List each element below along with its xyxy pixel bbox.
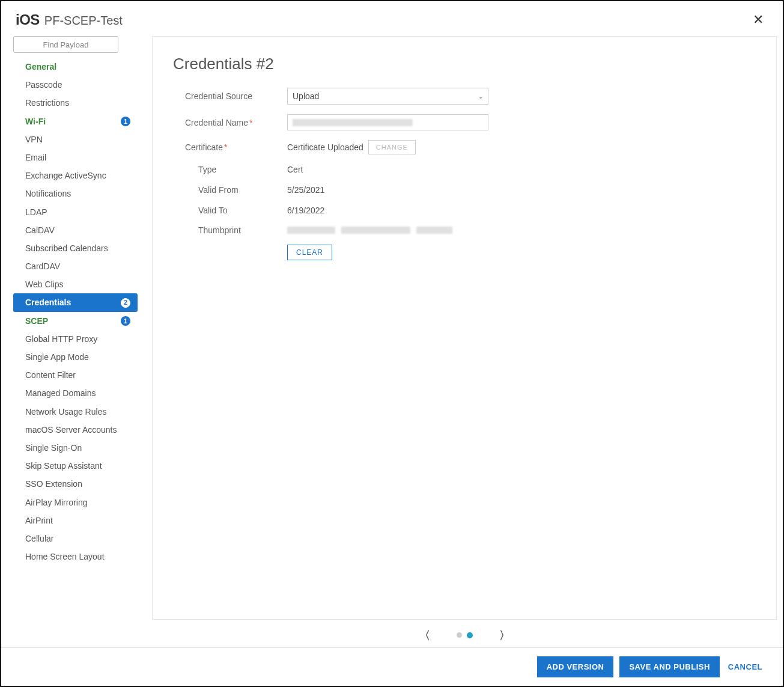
label-certificate: Certificate* [173, 142, 287, 152]
sidebar-item-managed-domains[interactable]: Managed Domains [13, 384, 138, 402]
label-credential-name: Credential Name* [173, 118, 287, 127]
profile-editor-modal: iOS PF-SCEP-Test ✕ GeneralPasscodeRestri… [0, 0, 784, 687]
credential-source-select[interactable]: Upload ⌄ [287, 88, 488, 105]
sidebar-item-label: Passcode [25, 79, 62, 90]
required-marker: * [249, 118, 252, 127]
cancel-button[interactable]: CANCEL [726, 656, 765, 677]
sidebar-item-macos-server-accounts[interactable]: macOS Server Accounts [13, 421, 138, 439]
sidebar-item-airprint[interactable]: AirPrint [13, 511, 138, 530]
sidebar-item-label: SCEP [25, 316, 48, 326]
change-certificate-button[interactable]: CHANGE [368, 140, 416, 154]
label-type: Type [173, 165, 287, 174]
credential-name-input[interactable] [287, 114, 488, 130]
pager-prev-icon[interactable]: 〈 [417, 626, 433, 645]
sidebar-item-label: Cellular [25, 533, 53, 544]
modal-footer: ADD VERSION SAVE AND PUBLISH CANCEL [1, 647, 783, 686]
sidebar-item-label: macOS Server Accounts [25, 424, 117, 435]
sidebar-item-label: LDAP [25, 207, 47, 218]
content-panel: Credentials #2 Credential Source Upload … [152, 36, 777, 620]
sidebar-item-general[interactable]: General [13, 58, 138, 76]
sidebar-item-label: Credentials [25, 297, 71, 308]
profile-name: PF-SCEP-Test [44, 14, 123, 28]
sidebar-item-email[interactable]: Email [13, 148, 138, 166]
payload-sidebar: GeneralPasscodeRestrictionsWi-Fi1VPNEmai… [13, 36, 142, 647]
sidebar-item-label: Managed Domains [25, 388, 96, 398]
sidebar-item-ldap[interactable]: LDAP [13, 203, 138, 221]
sidebar-item-label: Wi-Fi [25, 116, 46, 127]
sidebar-item-single-sign-on[interactable]: Single Sign-On [13, 439, 138, 457]
redacted-value [293, 119, 413, 126]
sidebar-item-label: Web Clips [25, 279, 64, 290]
pager-dot[interactable] [457, 632, 462, 638]
sidebar-item-label: Single App Mode [25, 352, 89, 362]
save-and-publish-button[interactable]: SAVE AND PUBLISH [619, 656, 719, 677]
add-version-button[interactable]: ADD VERSION [537, 656, 614, 677]
sidebar-item-sso-extension[interactable]: SSO Extension [13, 475, 138, 493]
sidebar-item-restrictions[interactable]: Restrictions [13, 94, 138, 112]
sidebar-item-label: Notifications [25, 188, 71, 199]
sidebar-item-scep[interactable]: SCEP1 [13, 312, 138, 330]
sidebar-item-label: Email [25, 152, 46, 163]
sidebar-item-airplay-mirroring[interactable]: AirPlay Mirroring [13, 493, 138, 511]
pager-dots [457, 632, 473, 638]
sidebar-item-label: Exchange ActiveSync [25, 170, 106, 181]
label-valid-from: Valid From [173, 185, 287, 195]
required-marker: * [224, 142, 227, 152]
redacted-value [287, 227, 335, 234]
sidebar-item-subscribed-calendars[interactable]: Subscribed Calendars [13, 239, 138, 257]
close-icon[interactable]: ✕ [748, 10, 768, 30]
sidebar-item-label: AirPrint [25, 515, 53, 526]
main-area: Credentials #2 Credential Source Upload … [142, 36, 777, 647]
modal-body: GeneralPasscodeRestrictionsWi-Fi1VPNEmai… [1, 36, 783, 647]
sidebar-item-label: Subscribed Calendars [25, 243, 108, 254]
sidebar-item-label: CalDAV [25, 225, 55, 236]
count-badge: 1 [121, 117, 130, 126]
sidebar-item-label: VPN [25, 134, 43, 145]
sidebar-item-label: Content Filter [25, 370, 76, 380]
chevron-down-icon: ⌄ [478, 93, 483, 100]
label-valid-to: Valid To [173, 206, 287, 215]
credential-source-value: Upload [293, 91, 319, 101]
sidebar-item-label: Network Usage Rules [25, 406, 106, 417]
sidebar-item-passcode[interactable]: Passcode [13, 76, 138, 94]
pager: 〈 〉 [152, 620, 777, 647]
sidebar-item-label: Skip Setup Assistant [25, 460, 102, 471]
certificate-status: Certificate Uploaded [287, 142, 363, 152]
value-type: Cert [287, 165, 303, 174]
sidebar-item-exchange-activesync[interactable]: Exchange ActiveSync [13, 166, 138, 185]
panel-title: Credentials #2 [173, 55, 756, 73]
label-credential-source: Credential Source [173, 91, 287, 101]
search-input[interactable] [13, 36, 118, 53]
sidebar-item-global-http-proxy[interactable]: Global HTTP Proxy [13, 330, 138, 348]
count-badge: 2 [121, 298, 130, 308]
sidebar-item-web-clips[interactable]: Web Clips [13, 275, 138, 293]
sidebar-item-vpn[interactable]: VPN [13, 130, 138, 148]
label-thumbprint: Thumbprint [173, 225, 287, 235]
sidebar-item-credentials[interactable]: Credentials2 [13, 293, 138, 311]
redacted-value [341, 227, 410, 234]
sidebar-item-label: CardDAV [25, 261, 60, 272]
sidebar-item-home-screen-layout[interactable]: Home Screen Layout [13, 548, 138, 566]
sidebar-item-label: AirPlay Mirroring [25, 497, 87, 508]
sidebar-item-notifications[interactable]: Notifications [13, 185, 138, 203]
sidebar-item-label: SSO Extension [25, 478, 82, 489]
modal-header: iOS PF-SCEP-Test ✕ [1, 1, 783, 36]
pager-next-icon[interactable]: 〉 [497, 626, 512, 645]
payload-list[interactable]: GeneralPasscodeRestrictionsWi-Fi1VPNEmai… [13, 58, 142, 647]
sidebar-item-skip-setup-assistant[interactable]: Skip Setup Assistant [13, 457, 138, 475]
sidebar-item-content-filter[interactable]: Content Filter [13, 366, 138, 384]
sidebar-item-label: Global HTTP Proxy [25, 334, 97, 344]
sidebar-item-cellular[interactable]: Cellular [13, 530, 138, 548]
value-valid-to: 6/19/2022 [287, 206, 324, 215]
sidebar-item-wi-fi[interactable]: Wi-Fi1 [13, 112, 138, 130]
sidebar-item-network-usage-rules[interactable]: Network Usage Rules [13, 403, 138, 421]
sidebar-item-label: General [25, 61, 56, 72]
value-valid-from: 5/25/2021 [287, 185, 324, 195]
platform-label: iOS [16, 11, 40, 28]
sidebar-item-single-app-mode[interactable]: Single App Mode [13, 348, 138, 366]
sidebar-item-caldav[interactable]: CalDAV [13, 221, 138, 239]
sidebar-item-carddav[interactable]: CardDAV [13, 257, 138, 275]
sidebar-item-label: Single Sign-On [25, 442, 82, 453]
clear-button[interactable]: CLEAR [287, 245, 332, 260]
pager-dot[interactable] [467, 632, 473, 638]
